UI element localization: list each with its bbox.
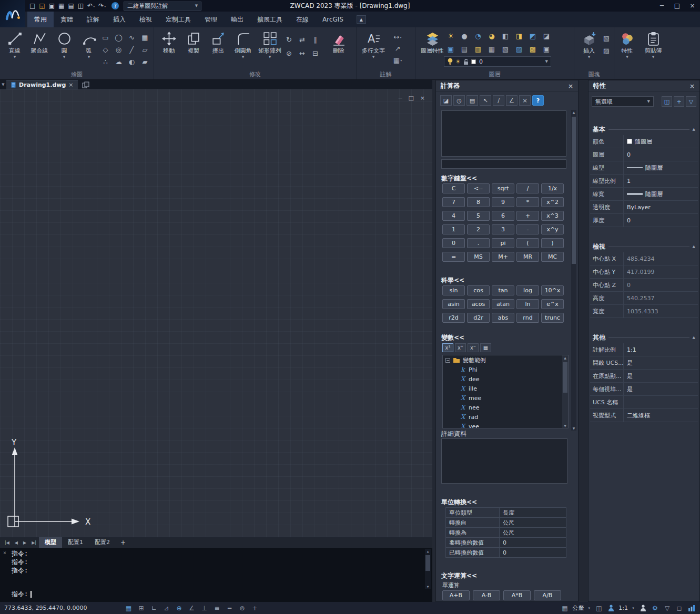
- property-row-線型[interactable]: 線型隨圖層: [590, 161, 698, 175]
- first-layout-icon[interactable]: |◀: [2, 540, 12, 545]
- delete-variable-icon[interactable]: x⁻: [468, 343, 479, 352]
- close-icon[interactable]: ×: [689, 83, 695, 90]
- property-value[interactable]: 是: [624, 356, 698, 369]
- scale-icon[interactable]: ↔: [296, 46, 309, 60]
- save-all-icon[interactable]: ▦: [57, 1, 65, 11]
- variable-item-ille[interactable]: Xille: [443, 384, 568, 393]
- edit-variable-icon[interactable]: x⁺: [455, 343, 466, 352]
- collapse-icon[interactable]: ▲: [693, 127, 695, 131]
- ribbon-tab-插入[interactable]: 插入: [106, 12, 133, 27]
- property-row-高度[interactable]: 高度540.2537: [590, 292, 698, 305]
- calc-key-10^x[interactable]: 10^x: [541, 285, 564, 295]
- calc-key-<--[interactable]: <--: [467, 183, 490, 193]
- scroll-down-icon[interactable]: ▼: [562, 424, 568, 427]
- calc-key-7[interactable]: 7: [442, 197, 465, 207]
- section-header-基本[interactable]: 基本▲: [589, 124, 699, 135]
- calc-key-2[interactable]: 2: [467, 224, 490, 234]
- gradient-icon[interactable]: ◐: [125, 56, 138, 68]
- property-row-線型比例[interactable]: 線型比例1: [590, 175, 698, 188]
- calc-key-e^x[interactable]: e^x: [541, 299, 564, 309]
- property-row-視覺型式[interactable]: 視覺型式二維線框: [590, 409, 698, 422]
- offset-icon[interactable]: ∥: [309, 33, 322, 46]
- calc-key-+[interactable]: +: [516, 211, 539, 221]
- collapse-icon[interactable]: −: [445, 358, 450, 363]
- match-properties-icon[interactable]: ▧: [600, 32, 613, 44]
- layer-isolate-icon[interactable]: ◩: [526, 29, 540, 43]
- property-value[interactable]: ByLayer: [624, 201, 698, 213]
- calc-key-=[interactable]: =: [442, 252, 465, 262]
- last-layout-icon[interactable]: ▶|: [29, 540, 39, 545]
- grid-display-icon[interactable]: ▦: [124, 603, 133, 612]
- polyline-button[interactable]: 聚合線: [27, 30, 52, 56]
- leader-icon[interactable]: ↗: [388, 43, 407, 54]
- units-label[interactable]: 公釐: [572, 604, 584, 612]
- calc-key-atan[interactable]: atan: [492, 299, 514, 309]
- scrollbar-thumb[interactable]: [572, 117, 576, 264]
- zwcad-logo[interactable]: [0, 0, 25, 27]
- calc-key-3[interactable]: 3: [492, 224, 514, 234]
- mtext-button[interactable]: A多行文字▼: [359, 30, 388, 59]
- calc-key-x^3[interactable]: x^3: [541, 211, 564, 221]
- property-row-開啟 UCS...[interactable]: 開啟 UCS...是: [590, 356, 698, 370]
- ribbon-tab-在線[interactable]: 在線: [289, 12, 316, 27]
- layer-lock-icon[interactable]: ◧: [499, 29, 512, 43]
- calc-key-d2r[interactable]: d2r: [467, 313, 490, 323]
- selection-dropdown[interactable]: 無選取 ▼: [592, 96, 654, 107]
- tab-menu-icon[interactable]: ▼: [0, 83, 6, 87]
- collapse-icon[interactable]: ▲: [693, 335, 695, 340]
- variable-tree-root[interactable]: −變數範例: [443, 355, 568, 365]
- unit-row-value[interactable]: 0: [500, 538, 566, 547]
- help-icon[interactable]: ?: [532, 95, 544, 106]
- rotate-icon[interactable]: ↻: [282, 33, 296, 46]
- mirror-icon[interactable]: ⇄: [296, 33, 309, 46]
- calc-key-x^y[interactable]: x^y: [541, 224, 564, 234]
- scroll-down-icon[interactable]: ▼: [425, 585, 431, 588]
- property-row-註解比例[interactable]: 註解比例1:1: [590, 343, 698, 356]
- annotation-visibility-icon[interactable]: [606, 603, 615, 612]
- layer-unlock-icon[interactable]: ◨: [512, 29, 526, 43]
- move-button[interactable]: 移動: [157, 30, 181, 56]
- ribbon-tab-常用[interactable]: 常用: [27, 12, 54, 27]
- wipeout-icon[interactable]: ▰: [138, 56, 151, 68]
- close-icon[interactable]: ×: [68, 81, 73, 88]
- clear-icon[interactable]: ◪: [440, 95, 452, 106]
- variables-header[interactable]: 變數<<: [441, 333, 464, 342]
- new-file-icon[interactable]: □: [28, 1, 36, 11]
- calc-key-6[interactable]: 6: [492, 211, 514, 221]
- calc-key-tan[interactable]: tan: [492, 285, 514, 295]
- ortho-mode-icon[interactable]: ∟: [149, 603, 158, 612]
- calc-key-r2d[interactable]: r2d: [442, 313, 465, 323]
- property-row-中心點 X[interactable]: 中心點 X485.4234: [590, 252, 698, 265]
- prev-layout-icon[interactable]: ◀: [12, 540, 21, 545]
- calc-key-trunc[interactable]: trunc: [541, 313, 564, 323]
- property-value[interactable]: 1:1: [624, 343, 698, 356]
- variable-item-mee[interactable]: Xmee: [443, 393, 568, 403]
- drawing-canvas[interactable]: ─□× Y X: [0, 89, 432, 537]
- layout-tab-模型[interactable]: 模型: [39, 537, 62, 548]
- unit-row-value[interactable]: 公尺: [500, 528, 566, 537]
- dynamic-input-icon[interactable]: ≡: [212, 603, 221, 612]
- close-icon[interactable]: ×: [3, 550, 6, 556]
- polygon-icon[interactable]: ◇: [99, 44, 112, 56]
- polar-tracking-icon[interactable]: ⊿: [162, 603, 171, 612]
- linear-dimension-icon[interactable]: ↔▾: [388, 31, 407, 43]
- minimize-drawing-button[interactable]: ─: [399, 95, 402, 101]
- calc-key-cos[interactable]: cos: [467, 285, 490, 295]
- units-grid-icon[interactable]: ▦: [560, 603, 569, 612]
- paste-special-icon[interactable]: ▨: [600, 44, 613, 57]
- property-value[interactable]: 485.4234: [624, 252, 698, 265]
- close-button[interactable]: ×: [685, 0, 700, 12]
- property-row-中心點 Z[interactable]: 中心點 Z0: [590, 279, 698, 292]
- annotation-monitor-icon[interactable]: +: [250, 603, 259, 612]
- undo-icon[interactable]: ↶▾: [86, 1, 96, 11]
- text-op-A*B[interactable]: A*B: [503, 590, 531, 600]
- ribbon-tab-ArcGIS[interactable]: ArcGIS: [316, 12, 350, 27]
- workspace-dropdown[interactable]: 二維草圖與註解 ▼: [124, 2, 201, 11]
- chevron-down-icon[interactable]: ▼: [545, 59, 548, 64]
- annotation-scale-caret-icon[interactable]: ▾: [631, 603, 635, 612]
- clean-screen-icon[interactable]: ◻: [675, 603, 684, 612]
- calc-key-M+[interactable]: M+: [492, 252, 514, 262]
- variable-item-dee[interactable]: Xdee: [443, 374, 568, 384]
- quick-select-icon[interactable]: ▽: [686, 96, 696, 107]
- ribbon-tab-檢視[interactable]: 檢視: [133, 12, 159, 27]
